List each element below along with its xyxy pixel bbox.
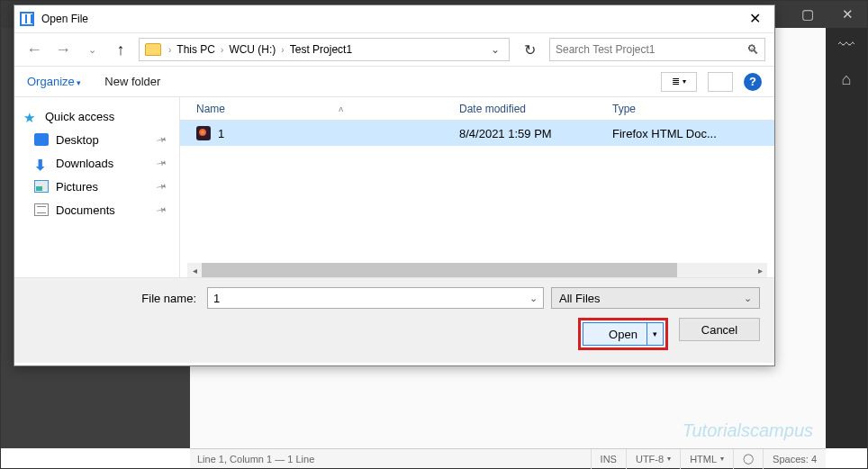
search-placeholder: Search Test Project1 <box>556 43 656 56</box>
editor-statusbar: Line 1, Column 1 — 1 Line INS UTF-8▾ HTM… <box>190 448 826 468</box>
dialog-title: Open File <box>41 13 88 25</box>
chevron-right-icon: › <box>167 45 173 55</box>
editor-window: ✕ ▢ — 〰 ⌂ Line 1, Column 1 — 1 Line INS … <box>0 0 868 469</box>
dialog-bottom: File name: 1 ⌄ All Files ⌄ Open ▾ <box>14 277 774 363</box>
new-folder-button[interactable]: New folder <box>104 75 160 88</box>
crumb-drive[interactable]: WCU (H:) <box>225 43 279 56</box>
pictures-icon <box>34 180 49 193</box>
organize-menu[interactable]: Organize <box>27 75 81 88</box>
package-icon[interactable]: ⌂ <box>826 62 867 96</box>
file-name: 1 <box>218 127 224 140</box>
recent-chevron-icon[interactable]: ⌄ <box>81 44 103 56</box>
col-name[interactable]: Name <box>196 103 225 115</box>
dialog-titlebar: Open File ✕ <box>14 5 774 32</box>
watermark: Tutorialscampus <box>683 420 813 441</box>
chevron-down-icon[interactable]: ⌄ <box>529 293 538 304</box>
desktop-icon <box>34 133 49 146</box>
chevron-right-icon: › <box>279 45 285 55</box>
tree-desktop[interactable]: Desktop 📌︎ <box>18 128 176 151</box>
crumb-this-pc[interactable]: This PC <box>173 43 219 56</box>
status-circle-icon[interactable]: ◯ <box>733 449 763 469</box>
cancel-button[interactable]: Cancel <box>679 318 760 341</box>
tree-quick-access[interactable]: ★ Quick access <box>18 104 176 128</box>
column-headers[interactable]: Nameʌ Date modified Type <box>180 97 774 121</box>
search-icon: 🔍︎ <box>746 42 759 57</box>
search-input[interactable]: Search Test Project1 🔍︎ <box>549 38 765 61</box>
tree-downloads[interactable]: ⬇ Downloads 📌︎ <box>18 151 176 175</box>
preview-pane-button[interactable] <box>708 72 733 92</box>
close-icon[interactable]: ✕ <box>735 5 774 32</box>
file-row[interactable]: 1 8/4/2021 1:59 PM Firefox HTML Doc... <box>180 121 774 146</box>
editor-max-icon[interactable]: ▢ <box>788 1 827 28</box>
app-icon <box>20 12 34 26</box>
open-button-highlight: Open ▾ <box>578 318 668 350</box>
documents-icon <box>34 203 49 216</box>
file-modified: 8/4/2021 1:59 PM <box>459 127 612 140</box>
help-icon[interactable]: ? <box>744 73 762 91</box>
status-spaces[interactable]: Spaces: 4 <box>763 449 826 469</box>
pin-icon: 📌︎ <box>153 131 169 148</box>
open-split-chevron-icon[interactable]: ▾ <box>646 323 663 345</box>
folder-icon <box>145 43 161 56</box>
file-filter-select[interactable]: All Files ⌄ <box>551 287 760 309</box>
tree-pictures[interactable]: Pictures 📌︎ <box>18 175 176 198</box>
forward-icon[interactable]: → <box>52 41 74 59</box>
star-icon: ★ <box>23 110 38 122</box>
nav-tree: ★ Quick access Desktop 📌︎ ⬇ Downloads 📌︎… <box>14 97 180 277</box>
up-icon[interactable]: ↑ <box>110 41 131 59</box>
chevron-down-icon[interactable]: ⌄ <box>485 43 505 56</box>
file-type: Firefox HTML Doc... <box>612 127 774 140</box>
crumb-folder[interactable]: Test Project1 <box>286 43 356 56</box>
tree-documents[interactable]: Documents 📌︎ <box>18 198 176 221</box>
col-type[interactable]: Type <box>612 103 774 115</box>
firefox-file-icon <box>196 126 211 140</box>
status-encoding[interactable]: UTF-8▾ <box>626 449 680 469</box>
sort-asc-icon: ʌ <box>339 104 343 113</box>
refresh-icon[interactable]: ↻ <box>517 38 542 61</box>
status-ins[interactable]: INS <box>591 449 626 469</box>
filename-input[interactable]: 1 ⌄ <box>207 287 544 309</box>
h-scrollbar[interactable]: ◂ ▸ <box>187 263 767 277</box>
scroll-thumb[interactable] <box>202 263 677 277</box>
col-modified[interactable]: Date modified <box>459 103 612 115</box>
chevron-right-icon: › <box>219 45 225 55</box>
editor-close-icon[interactable]: ✕ <box>827 1 867 28</box>
breadcrumb[interactable]: › This PC › WCU (H:) › Test Project1 ⌄ <box>139 38 510 61</box>
open-file-dialog: Open File ✕ ← → ⌄ ↑ › This PC › WCU (H:)… <box>14 5 775 366</box>
pin-icon: 📌︎ <box>153 155 169 171</box>
pin-icon: 📌︎ <box>153 178 169 194</box>
status-cursor: Line 1, Column 1 — 1 Line <box>190 454 591 464</box>
dialog-toolbar: Organize New folder ≣▾ ? <box>14 67 774 97</box>
status-lang[interactable]: HTML▾ <box>680 449 733 469</box>
activity-icon[interactable]: 〰 <box>826 28 867 62</box>
scroll-left-icon[interactable]: ◂ <box>187 263 202 277</box>
dialog-nav: ← → ⌄ ↑ › This PC › WCU (H:) › Test Proj… <box>14 32 774 67</box>
open-button[interactable]: Open ▾ <box>583 322 664 346</box>
pin-icon: 📌︎ <box>153 202 169 218</box>
back-icon[interactable]: ← <box>23 41 45 59</box>
chevron-down-icon: ⌄ <box>744 293 752 304</box>
editor-right-panel: 〰 ⌂ <box>826 28 867 448</box>
scroll-right-icon[interactable]: ▸ <box>753 263 767 277</box>
file-list: Nameʌ Date modified Type 1 8/4/2021 1:59… <box>180 97 774 277</box>
view-mode-button[interactable]: ≣▾ <box>661 72 697 92</box>
filename-label: File name: <box>29 292 200 305</box>
download-icon: ⬇ <box>34 157 49 169</box>
